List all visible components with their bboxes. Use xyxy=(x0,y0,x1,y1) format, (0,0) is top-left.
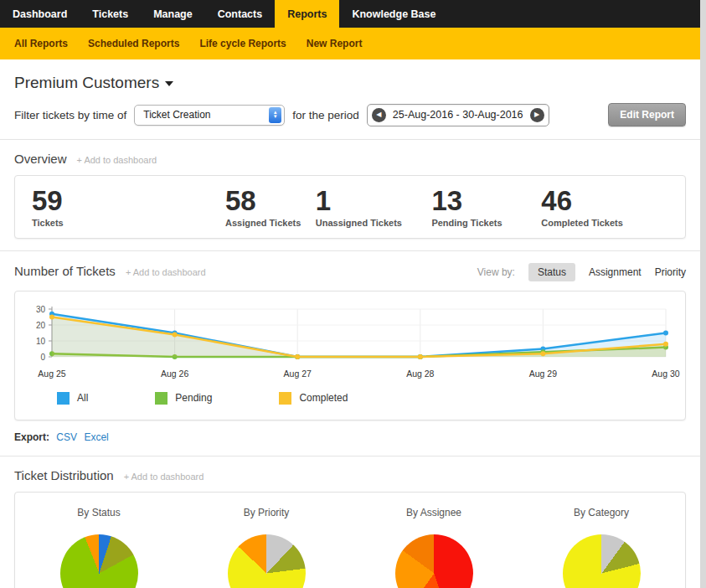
period-picker[interactable]: ◀ 25-Aug-2016 - 30-Aug-2016 ▶ xyxy=(367,104,549,126)
spacer xyxy=(14,239,686,250)
period-label: for the period xyxy=(292,109,359,121)
svg-text:Aug 30: Aug 30 xyxy=(652,369,679,379)
period-next-button[interactable]: ▶ xyxy=(530,108,544,122)
overview-title: Overview xyxy=(14,152,67,166)
ticket-distribution-title: Ticket Distribution xyxy=(14,468,114,482)
stat-label: Tickets xyxy=(32,218,225,228)
stat-value: 1 xyxy=(316,187,432,216)
tickets-add-to-dashboard-link[interactable]: + Add to dashboard xyxy=(126,267,206,277)
section-divider xyxy=(0,456,700,456)
distribution-add-to-dashboard-link[interactable]: + Add to dashboard xyxy=(124,472,204,482)
svg-text:30: 30 xyxy=(36,304,46,313)
tickets-line-chart: 0102030Aug 25Aug 26Aug 27Aug 28Aug 29Aug… xyxy=(22,303,683,382)
stat-pending-tickets: 13 Pending Tickets xyxy=(431,187,541,228)
stat-label: Assigned Tickets xyxy=(225,218,316,228)
view-by-label: View by: xyxy=(477,266,515,278)
view-by-priority-button[interactable]: Priority xyxy=(655,266,686,278)
number-of-tickets-title: Number of Tickets xyxy=(14,264,116,278)
subnav-lifecycle-reports[interactable]: Life cycle Reports xyxy=(199,38,286,49)
period-prev-button[interactable]: ◀ xyxy=(372,108,386,122)
legend-swatch-all xyxy=(57,392,70,405)
nav-item-dashboard[interactable]: Dashboard xyxy=(0,0,80,28)
svg-text:20: 20 xyxy=(36,320,46,329)
ticket-time-select[interactable]: Ticket Creation ▲▼ xyxy=(134,105,285,126)
export-excel-link[interactable]: Excel xyxy=(84,431,108,443)
reports-page: Dashboard Tickets Manage Contacts Report… xyxy=(0,0,700,588)
legend-item-pending[interactable]: Pending xyxy=(155,392,212,405)
overview-add-to-dashboard-link[interactable]: + Add to dashboard xyxy=(77,155,157,165)
chart-legend: All Pending Completed xyxy=(22,385,678,415)
distribution-card: By Status By Priority By Assignee By Cat… xyxy=(14,492,686,588)
ticket-distribution-header: Ticket Distribution + Add to dashboard xyxy=(14,468,686,482)
svg-text:Aug 25: Aug 25 xyxy=(38,369,65,379)
overview-header: Overview + Add to dashboard xyxy=(14,152,686,166)
report-content: Premium Customers Filter tickets by time… xyxy=(0,74,700,588)
section-divider xyxy=(0,139,700,140)
chevron-down-icon xyxy=(165,81,173,86)
pie-column-priority: By Priority xyxy=(183,507,350,588)
pie-title-category: By Category xyxy=(574,507,629,518)
nav-item-tickets[interactable]: Tickets xyxy=(80,0,141,28)
pie-chart-by-assignee xyxy=(395,534,473,588)
overview-stats-card: 59 Tickets 58 Assigned Tickets 1 Unassig… xyxy=(14,175,686,239)
page-title: Premium Customers xyxy=(14,74,159,92)
export-csv-link[interactable]: CSV xyxy=(56,431,77,443)
nav-item-manage[interactable]: Manage xyxy=(141,0,205,28)
svg-text:Aug 29: Aug 29 xyxy=(529,369,557,379)
stat-label: Pending Tickets xyxy=(431,218,541,228)
nav-item-knowledge-base[interactable]: Knowledge Base xyxy=(339,0,448,28)
stat-unassigned-tickets: 1 Unassigned Tickets xyxy=(316,187,432,228)
stat-value: 58 xyxy=(225,187,316,216)
stat-value: 46 xyxy=(541,187,677,216)
pie-column-status: By Status xyxy=(15,507,183,588)
pie-title-assignee: By Assignee xyxy=(406,507,461,518)
legend-item-completed[interactable]: Completed xyxy=(279,392,348,405)
subnav-scheduled-reports[interactable]: Scheduled Reports xyxy=(88,38,179,49)
legend-label: Completed xyxy=(299,392,348,404)
filter-row: Filter tickets by time of Ticket Creatio… xyxy=(14,103,686,126)
subnav-all-reports[interactable]: All Reports xyxy=(14,38,68,49)
view-by-controls: View by: Status Assignment Priority xyxy=(477,263,686,281)
top-nav: Dashboard Tickets Manage Contacts Report… xyxy=(0,0,700,28)
pie-chart-by-priority xyxy=(228,534,306,588)
nav-item-reports[interactable]: Reports xyxy=(275,0,339,28)
stat-value: 59 xyxy=(32,187,225,216)
stat-label: Unassigned Tickets xyxy=(316,218,432,228)
tickets-line-chart-card: 0102030Aug 25Aug 26Aug 27Aug 28Aug 29Aug… xyxy=(14,291,686,420)
stat-tickets: 59 Tickets xyxy=(32,187,225,228)
section-divider xyxy=(0,250,700,251)
select-stepper-icon: ▲▼ xyxy=(269,107,281,123)
legend-swatch-completed xyxy=(279,392,291,405)
report-title-dropdown[interactable]: Premium Customers xyxy=(14,74,173,92)
legend-label: Pending xyxy=(175,392,212,404)
period-value: 25-Aug-2016 - 30-Aug-2016 xyxy=(393,109,523,121)
svg-text:Aug 28: Aug 28 xyxy=(406,369,434,379)
stat-value: 13 xyxy=(431,187,541,216)
subnav-new-report[interactable]: New Report xyxy=(307,38,363,49)
export-label: Export: xyxy=(14,431,49,443)
number-of-tickets-header: Number of Tickets + Add to dashboard Vie… xyxy=(14,263,686,281)
legend-label: All xyxy=(77,392,88,404)
svg-text:Aug 26: Aug 26 xyxy=(161,369,188,379)
stat-completed-tickets: 46 Completed Tickets xyxy=(541,187,677,228)
pie-title-priority: By Priority xyxy=(244,507,290,518)
svg-text:10: 10 xyxy=(36,336,46,345)
pie-column-assignee: By Assignee xyxy=(350,507,518,588)
svg-text:Aug 27: Aug 27 xyxy=(284,369,312,379)
view-by-status-button[interactable]: Status xyxy=(528,263,575,281)
reports-subnav: All Reports Scheduled Reports Life cycle… xyxy=(0,28,700,59)
svg-text:0: 0 xyxy=(40,352,45,361)
export-row: Export: CSV Excel xyxy=(14,431,686,443)
nav-item-contacts[interactable]: Contacts xyxy=(205,0,275,28)
edit-report-button[interactable]: Edit Report xyxy=(608,103,686,126)
legend-swatch-pending xyxy=(155,392,167,405)
pie-column-category: By Category xyxy=(518,507,685,588)
pie-title-status: By Status xyxy=(77,507,120,518)
pie-chart-by-status xyxy=(60,534,138,588)
filter-label: Filter tickets by time of xyxy=(14,109,126,121)
view-by-assignment-button[interactable]: Assignment xyxy=(589,266,642,278)
legend-item-all[interactable]: All xyxy=(57,392,88,405)
ticket-time-select-value: Ticket Creation xyxy=(143,109,210,121)
stat-assigned-tickets: 58 Assigned Tickets xyxy=(225,187,316,228)
stat-label: Completed Tickets xyxy=(541,218,677,228)
